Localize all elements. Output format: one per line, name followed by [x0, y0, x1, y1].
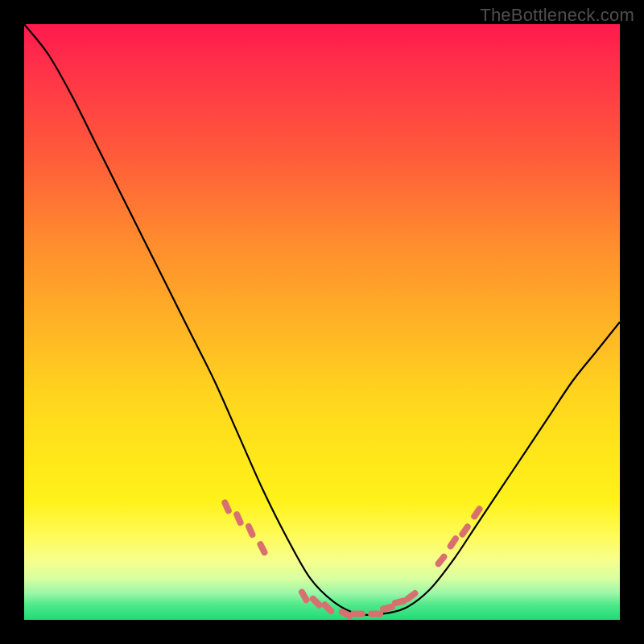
highlight-mark [408, 593, 415, 599]
highlight-mark [342, 612, 350, 616]
chart-container: TheBottleneck.com [0, 0, 644, 644]
bottleneck-curve [24, 24, 620, 615]
highlight-mark [463, 526, 468, 534]
highlight-mark [302, 592, 306, 601]
highlight-mark [451, 539, 456, 546]
highlight-mark [261, 544, 265, 552]
highlight-mark [383, 607, 392, 609]
highlight-mark [474, 509, 479, 516]
highlight-mark [225, 502, 228, 510]
highlight-mark [395, 601, 404, 604]
watermark-text: TheBottleneck.com [480, 5, 634, 26]
highlight-mark [237, 514, 240, 522]
curve-svg [24, 24, 620, 620]
plot-area [24, 24, 620, 620]
highlight-mark [439, 557, 444, 564]
highlight-mark [313, 599, 320, 605]
highlight-mark [249, 526, 252, 535]
highlight-mark [325, 605, 332, 611]
highlight-marks [225, 502, 479, 616]
